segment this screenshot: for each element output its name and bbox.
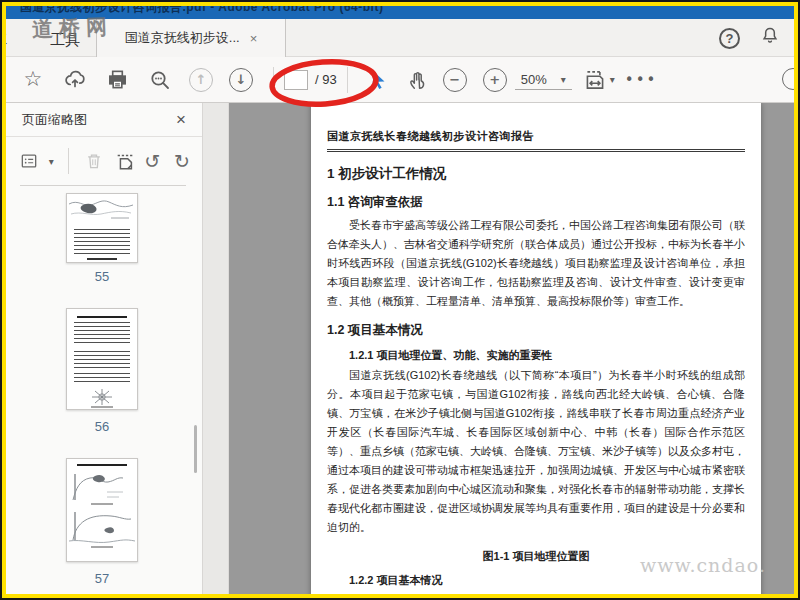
- thumbnail-page-55[interactable]: [66, 193, 138, 263]
- panel-splitter[interactable]: [203, 103, 229, 594]
- notifications-bell-icon[interactable]: [760, 25, 780, 51]
- rotate-ccw-icon[interactable]: ↺: [144, 152, 160, 171]
- zoom-out-icon[interactable]: −: [443, 68, 467, 92]
- doc-heading-1-1: 1.1 咨询审查依据: [327, 194, 745, 211]
- watermark-daoqiao: 道桥网: [32, 13, 114, 44]
- thumbnail-label: 57: [66, 571, 138, 586]
- chevron-down-icon[interactable]: ▾: [49, 156, 54, 167]
- thumbnail-options-icon[interactable]: [18, 148, 41, 174]
- chevron-down-icon: ▾: [561, 74, 566, 85]
- page-total-label: / 93: [315, 72, 337, 87]
- thumbnail-page-56[interactable]: [66, 308, 138, 410]
- previous-page-icon[interactable]: ↑: [189, 68, 213, 92]
- panel-toolbar-separator: [68, 148, 69, 174]
- favorites-star-icon[interactable]: ☆: [18, 65, 48, 95]
- panel-title: 页面缩略图: [22, 111, 87, 129]
- doc-paragraph-1: 受长春市宇盛高等级公路工程有限公司委托，中国公路工程咨询集团有限公司（联合体牵头…: [327, 216, 745, 311]
- doc-heading-1-2-1: 1.2.1 项目地理位置、功能、实施的重要性: [327, 348, 745, 363]
- panel-close-icon[interactable]: ×: [176, 110, 186, 130]
- doc-heading-1-2: 1.2 项目基本情况: [327, 322, 745, 339]
- tab-document[interactable]: 国道京抚线初步设... ×: [96, 19, 286, 57]
- hand-tool-icon[interactable]: [403, 65, 433, 95]
- zoom-in-icon[interactable]: +: [483, 68, 507, 92]
- search-document-icon[interactable]: [145, 65, 175, 95]
- share-upload-icon[interactable]: [60, 65, 90, 95]
- zoom-level-dropdown[interactable]: 50% ▾: [515, 70, 572, 90]
- document-canvas[interactable]: 国道京抚线长春绕越线初步设计咨询报告 1 初步设计工作情况 1.1 咨询审查依据…: [229, 103, 794, 594]
- print-icon[interactable]: [102, 65, 132, 95]
- tab-close-icon[interactable]: ×: [250, 32, 258, 45]
- acrobat-window: 国道京抚线初步设计咨询报告.pdf - Adobe Acrobat Pro (6…: [6, 6, 794, 594]
- help-icon[interactable]: ?: [719, 28, 740, 49]
- doc-running-header: 国道京抚线长春绕越线初步设计咨询报告: [327, 129, 745, 152]
- rotate-cw-icon[interactable]: ↻: [174, 152, 190, 171]
- screenshot-frame: 国道京抚线初步设计咨询报告.pdf - Adobe Acrobat Pro (6…: [0, 0, 800, 600]
- window-title-bar: 国道京抚线初步设计咨询报告.pdf - Adobe Acrobat Pro (6…: [6, 6, 794, 19]
- doc-paragraph-2: 国道京抚线(G102)长春绕越线（以下简称“本项目”）为长春半小时环线的组成部分…: [327, 366, 745, 537]
- thumbnail-label: 55: [66, 269, 138, 284]
- toolbar-separator: [347, 67, 348, 93]
- page-number-input[interactable]: [284, 70, 308, 90]
- watermark-cndao: www.cndao.: [640, 554, 766, 576]
- chevron-down-icon[interactable]: ▾: [610, 74, 615, 85]
- tab-home[interactable]: 主页: [6, 19, 15, 57]
- pdf-page: 国道京抚线长春绕越线初步设计咨询报告 1 初步设计工作情况 1.1 咨询审查依据…: [311, 103, 761, 594]
- page-thumbnails-panel: 页面缩略图 × ▾: [6, 103, 203, 594]
- panel-divider: [20, 185, 186, 186]
- tab-bar: 主页 工具 国道京抚线初步设... × ?: [6, 19, 794, 57]
- panel-scrollbar[interactable]: [194, 425, 197, 473]
- page-number-control: / 93: [284, 70, 337, 90]
- thumbnail-label: 56: [66, 419, 138, 434]
- fit-width-icon[interactable]: [580, 65, 610, 95]
- next-page-icon[interactable]: ↓: [229, 68, 253, 92]
- more-tools-icon[interactable]: •••: [625, 71, 658, 89]
- tab-document-label: 国道京抚线初步设...: [125, 29, 240, 47]
- doc-list-item-1: (1) 项目起终点和主要控制点: [327, 593, 745, 594]
- doc-heading-1: 1 初步设计工作情况: [327, 165, 745, 183]
- delete-pages-trash-icon: [83, 148, 106, 174]
- thumbnail-page-57[interactable]: [66, 458, 138, 562]
- window-title: 国道京抚线初步设计咨询报告.pdf - Adobe Acrobat Pro (6…: [6, 6, 794, 15]
- select-tool-icon[interactable]: [364, 65, 394, 95]
- main-toolbar: ☆ ↑: [6, 57, 794, 103]
- toolbar-separator: [273, 67, 274, 93]
- zoom-level-value: 50%: [521, 72, 547, 87]
- crop-pages-icon[interactable]: [113, 148, 136, 174]
